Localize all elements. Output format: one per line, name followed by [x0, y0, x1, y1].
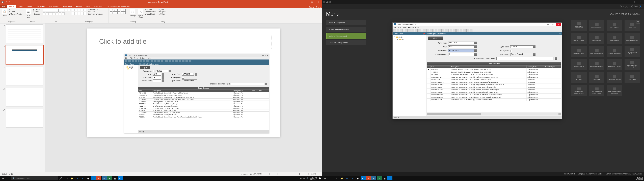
year-input[interactable]: 2017 — [448, 46, 474, 48]
win-close[interactable]: ✕ — [556, 22, 561, 26]
shape-pent[interactable] — [120, 12, 123, 14]
tree-node-cycle[interactable]: −Cycle — [394, 36, 425, 38]
ep-window-minimize[interactable]: — — [626, 1, 632, 3]
justify-button[interactable] — [81, 12, 84, 15]
ep-window-maximize[interactable]: □ — [632, 1, 638, 3]
menu-tile[interactable]: UOM Split/Merge — [571, 59, 587, 70]
horizontal-scrollbar[interactable] — [427, 113, 561, 115]
window-minimize[interactable]: — — [302, 1, 308, 3]
align-right-button[interactable] — [78, 12, 80, 15]
chrome-icon-r[interactable]: ◉ — [355, 176, 360, 180]
tab-acrobat[interactable]: ACROBAT — [92, 5, 104, 8]
sign-in-link[interactable]: Sign in — [309, 6, 314, 8]
menu-tile[interactable]: Available to Promise — [607, 59, 622, 70]
dropdown-icon[interactable] — [474, 46, 477, 48]
scroll-left-icon[interactable] — [427, 113, 429, 115]
menu-tile[interactable]: Quantity Adjustment — [607, 46, 622, 57]
outlook-icon[interactable]: O — [91, 176, 96, 180]
menu-tile[interactable]: Count Discrepan... — [589, 20, 604, 31]
slide-thumb-14[interactable] — [6, 46, 43, 64]
trans-doc-type-input[interactable] — [496, 57, 554, 60]
copy-button[interactable]: ⧉ Copy — [9, 11, 22, 13]
tab-file[interactable]: File — [0, 5, 7, 8]
align-left-button[interactable] — [71, 12, 74, 15]
zoom-level[interactable]: 118% — [312, 173, 316, 175]
strike-button[interactable] — [52, 12, 55, 15]
qat-save-icon[interactable]: 💾 — [1, 1, 4, 3]
dropdown-icon[interactable] — [533, 53, 536, 56]
indent-inc-button[interactable] — [81, 9, 84, 12]
tool-g-icon[interactable] — [470, 29, 472, 32]
table-row[interactable]: FSABS2792FFlat Sheet, .070 x 82.50 x 146… — [427, 78, 561, 81]
tool-memo-icon[interactable] — [430, 29, 432, 32]
nav-user-icon[interactable]: 👤 — [639, 5, 642, 8]
table-row[interactable]: ▶COO0898Colorant, HMWPE GP-White-PE, Bad… — [427, 68, 561, 71]
nav-sales[interactable]: Sales Management — [326, 20, 366, 25]
epicor-icon-r[interactable]: E — [371, 176, 376, 180]
shape-effects-button[interactable]: Shape Effects — [145, 13, 156, 15]
menu-tile[interactable]: Part Tracker — [624, 72, 640, 83]
calc-icon-r[interactable]: ▦ — [382, 176, 387, 180]
spacing-button[interactable] — [59, 12, 62, 15]
cycle-button[interactable]: Cycle — [428, 36, 443, 40]
powerpoint-icon-r[interactable]: P — [366, 176, 371, 180]
tell-me-search[interactable]: Tell me what you want to do... — [105, 5, 133, 8]
shape-fill-button[interactable]: Shape Fill — [145, 9, 156, 10]
shape-hex[interactable] — [110, 12, 112, 14]
dropdown-icon[interactable] — [474, 53, 477, 56]
paste-button[interactable]: 📋 Paste — [1, 9, 8, 17]
sorter-view-button[interactable] — [269, 173, 272, 175]
win-maximize[interactable]: □ — [551, 23, 555, 25]
share-button[interactable]: Share — [316, 6, 321, 8]
smartart-button[interactable]: Convert to SmartArt — [88, 13, 102, 15]
tree-pin-icon[interactable]: 📌 — [423, 33, 425, 35]
win-menu-help[interactable]: Help — [416, 26, 419, 28]
zoom-out-button[interactable]: − — [286, 173, 286, 175]
date-input[interactable]: 8/28/2017 — [510, 46, 533, 48]
tool-last-icon[interactable] — [445, 29, 448, 32]
replace-button[interactable]: ⇄ Replace — [158, 11, 166, 13]
cut-button[interactable]: ✂ Cut — [9, 9, 22, 10]
dropdown-icon[interactable] — [533, 46, 536, 48]
table-row[interactable]: FSHMWPE1499EFlat Sheet, .400 x 60.25 x 1… — [427, 81, 561, 84]
edge-icon-r[interactable]: e — [344, 176, 350, 180]
nav-financial[interactable]: Financial Management — [326, 40, 366, 46]
indent-dec-button[interactable] — [78, 9, 80, 12]
table-row[interactable]: FSHMWPE2820BFlat Sheet, .360 x 18.60 x 6… — [427, 84, 561, 86]
tab-animations[interactable]: Animations — [47, 5, 60, 8]
nav-fwd-icon[interactable]: → — [625, 5, 628, 8]
cortana-icon-r[interactable]: ○ — [328, 176, 333, 180]
tool-d-icon[interactable] — [460, 29, 462, 32]
ie-icon[interactable]: e — [80, 176, 85, 180]
tool-new-icon[interactable] — [393, 29, 396, 32]
col-pstat[interactable]: Posting Status — [526, 66, 544, 68]
menu-tile[interactable]: Issue Miscellaneo... — [624, 33, 640, 44]
font-family-select[interactable] — [43, 9, 58, 12]
calculator-icon[interactable]: ▦ — [112, 176, 118, 180]
table-row[interactable]: FSSPLABS2810Flat Sheet, .187 x 41.00 x 9… — [427, 96, 561, 98]
shape-rect[interactable] — [110, 9, 112, 11]
tab-insert[interactable]: Insert — [16, 5, 25, 8]
bold-button[interactable] — [43, 12, 46, 15]
tab-design[interactable]: Design — [25, 5, 34, 8]
slide-thumb-15[interactable] — [6, 67, 43, 85]
menu-tile[interactable]: Count Cycle Maintenance — [571, 20, 587, 31]
tray-onedrive-icon[interactable]: ☁ — [300, 177, 302, 180]
shape-more[interactable] — [123, 12, 126, 14]
arrange-button[interactable]: ⬚ Arrange — [129, 9, 136, 17]
file-explorer-icon-r[interactable]: 📁 — [339, 176, 344, 180]
file-explorer-icon[interactable]: 📁 — [70, 176, 74, 180]
slideshow-view-button[interactable] — [280, 173, 283, 175]
window-tree[interactable]: Count Cycle📌 −Cycle +List — [392, 32, 426, 116]
shape-callout[interactable] — [112, 12, 115, 14]
settings-gear-icon[interactable]: ⚙ — [636, 20, 640, 24]
excel-taskbar-icon[interactable]: X — [107, 176, 112, 180]
tool-save-icon[interactable] — [397, 29, 399, 32]
cortana-icon[interactable]: ○ — [6, 176, 11, 180]
tool-refresh-icon[interactable] — [408, 29, 411, 32]
table-row[interactable]: FSHMWPE063Flat Sheet x 153 x 69.00 x 107… — [427, 98, 561, 101]
number-input[interactable]: 1 — [448, 53, 474, 56]
table-row[interactable]: FSABS284FSAFlat Sheet, .187 x 92.60 x 98… — [427, 76, 561, 78]
win-menu-edit[interactable]: Edit — [398, 26, 401, 28]
scroll-thumb[interactable] — [429, 113, 481, 115]
